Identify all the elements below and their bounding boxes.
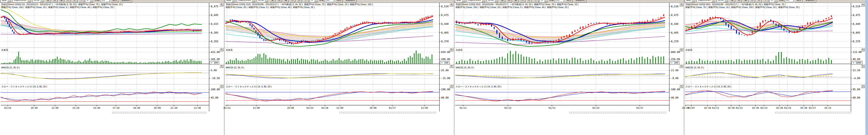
volume-pane-menu-button[interactable]: ▼ (219, 48, 223, 51)
time-axis-label: 01/14 (305, 107, 314, 109)
price-axis-label: 8,405 (671, 32, 678, 34)
panel-hscrollbar[interactable] (775, 111, 852, 114)
panel-hscrollbar[interactable] (112, 111, 207, 114)
panel-hscrollbar[interactable] (339, 111, 436, 114)
main-pane-menu-button[interactable]: ▼ (679, 3, 683, 6)
volume-axis-label: 40.00 (852, 58, 860, 61)
time-axis-label: 01/14 (783, 107, 792, 109)
time-axis-label: 12:00 (252, 107, 261, 109)
price-axis-label: 8,370 (441, 40, 448, 43)
time-axis-label: 01/17 (635, 107, 644, 109)
time-axis-label: 16:30 (775, 107, 784, 109)
time-axis-label: 12:00 (51, 107, 60, 109)
time-axis-label: 13:20 (71, 107, 81, 109)
stoch-pane-menu-button[interactable]: ▼ (450, 85, 453, 88)
volume-pane-label: 出来高 (685, 48, 692, 52)
price-axis-label: 8,440 (852, 23, 860, 26)
price-axis-label: 8,475 (441, 14, 448, 16)
time-axis-label: 21:20 (169, 107, 179, 109)
volume-pane-label: 出来高 (1, 48, 8, 52)
volume-axis-label: 800.00 (671, 51, 680, 54)
macd-axis-label: 25.00 (441, 69, 448, 72)
volume-pane-menu-button[interactable]: ▼ (679, 48, 683, 51)
time-axis-label: 01/11 (459, 107, 468, 109)
macd-axis-label: -4.00 (852, 77, 860, 80)
chart-plot-area[interactable] (454, 0, 684, 114)
macd-axis-label: -15.00 (441, 77, 450, 80)
volume-pane-menu-button[interactable]: ▼ (861, 48, 865, 51)
stochastics-pane-label: スロー・ストキャスティクス( 14, 3, 80, 20 ) (456, 85, 501, 88)
time-axis-label: 16:30 (703, 107, 712, 109)
macd-pane-label: MACD( 12, 26, 9 ) (1, 66, 20, 69)
volume-axis-label: 200.00 (441, 58, 450, 61)
volume-axis-label: 425.00 (211, 51, 220, 54)
chart-plot-area[interactable] (224, 0, 454, 114)
time-axis-label: 01/17 (388, 107, 397, 109)
volume-multiplier-badge: × 100 (670, 61, 679, 64)
main-pane-menu-button[interactable]: ▼ (861, 3, 865, 6)
macd-axis-label: 21.00 (671, 69, 678, 72)
workspace-scrollbar[interactable] (866, 0, 868, 135)
stochastics-pane-label: スロー・ストキャスティクス( 14, 3, 80, 20 ) (1, 85, 47, 88)
chart-title: 日経225mini 12/03( 15分, 2012/01/06 - 2012/… (226, 3, 439, 6)
stoch-pane-menu-button[interactable]: ▼ (219, 85, 223, 88)
chart-panel: 先物▼日経225mini▼12:00▼定日週月分十分▼本数500適用複数銘柄 日… (0, 0, 224, 135)
stoch-axis-label: 45.00 (211, 96, 218, 99)
chart-indicator-list: 移動平均( Close, 20 ) 移動平均( Close, 5 ) 移動平均(… (226, 6, 439, 9)
macd-axis-label: 23.50 (852, 69, 860, 72)
price-axis-label: 8,370 (671, 40, 678, 43)
chart-title: 日経225mini 12/03( 60分, 2012/01/06 - 2012/… (685, 3, 850, 6)
volume-multiplier-badge: × 100 (210, 61, 219, 64)
stoch-axis-label: 100.00 (441, 88, 450, 91)
price-axis-label: 8,440 (671, 23, 678, 26)
stochastics-pane-label: スロー・ストキャスティクス( 14, 3, 80, 20 ) (685, 85, 731, 88)
price-axis-label: 8,370 (852, 40, 860, 43)
time-axis-label: 16:30 (799, 107, 808, 109)
volume-pane-label: 出来高 (226, 48, 232, 52)
time-axis-label: 14:40 (92, 107, 101, 109)
stoch-axis-label: 40.00 (852, 96, 860, 99)
time-axis-label: 20:00 (369, 107, 378, 109)
price-axis-label: 8,510 (671, 5, 678, 8)
stoch-axis-label: 100.00 (671, 88, 680, 91)
price-axis-label: 8,510 (441, 5, 448, 8)
price-axis-label: 8,405 (852, 32, 860, 34)
time-axis-label: 16:15 (823, 107, 832, 109)
chart-plot-area[interactable] (684, 0, 866, 114)
price-axis-label: 8,405 (441, 32, 448, 34)
price-axis-label: 8,355 (211, 40, 218, 43)
price-axis-label: 8,475 (852, 14, 860, 16)
panel-hscrollbar[interactable] (569, 111, 666, 114)
macd-pane-menu-button[interactable]: ▼ (450, 64, 453, 68)
stoch-axis-label: 40.00 (441, 96, 448, 99)
time-axis-label: 18:40 (132, 107, 141, 109)
chart-plot-area[interactable] (0, 0, 224, 114)
price-axis-label: 8,475 (211, 5, 218, 8)
macd-pane-menu-button[interactable]: ▼ (219, 64, 223, 68)
macd-pane-menu-button[interactable]: ▼ (679, 64, 683, 68)
time-axis-label: 01/17 (808, 107, 817, 109)
chart-indicator-list: 移動平均( Close, 150 ) 移動平均( Close, 20 ) 移動平… (456, 6, 669, 9)
chart-panel: 先物▼日経225mini▼12:00▼定日週月分十分▼本数500適用複数銘柄 日… (454, 0, 684, 135)
price-axis-label: 8,440 (441, 23, 448, 26)
time-axis-label: 01/12 (222, 107, 231, 109)
main-pane-menu-button[interactable]: ▼ (450, 3, 453, 6)
trading-chart-workspace: 先物▼日経225mini▼12:00▼定日週月分十分▼本数500適用複数銘柄 日… (0, 0, 868, 135)
volume-axis-label: 650.00 (441, 51, 450, 54)
stoch-axis-label: 100.00 (211, 88, 220, 91)
chart-indicator-list: 移動平均( Close, 150 ) 移動平均( Close, 20 ) 移動平… (1, 6, 208, 9)
stoch-pane-menu-button[interactable]: ▼ (679, 85, 683, 88)
time-axis-label: 16:30 (751, 107, 760, 109)
volume-pane-menu-button[interactable]: ▼ (450, 48, 453, 51)
price-axis-label: 8,445 (211, 14, 218, 16)
stoch-pane-menu-button[interactable]: ▼ (861, 85, 865, 88)
macd-pane-menu-button[interactable]: ▼ (861, 64, 865, 68)
chart-indicator-list: 移動平均( Close, 75 ) 移動平均( Close, 10 ) 移動平均… (685, 6, 850, 9)
macd-pane-label: MACD( 12, 26, 9 ) (226, 66, 244, 69)
main-pane-menu-button[interactable]: ▼ (219, 3, 223, 6)
stochastics-pane-label: スロー・ストキャスティクス( 14, 3, 80, 20 ) (226, 85, 272, 88)
stoch-axis-label: 95.00 (852, 88, 860, 91)
chart-title: 日経225mini 12/03( 5分, 2012/01/13 - 2012/0… (1, 3, 208, 6)
price-axis-label: 8,475 (671, 14, 678, 16)
volume-multiplier-badge: × 100 (440, 61, 450, 64)
